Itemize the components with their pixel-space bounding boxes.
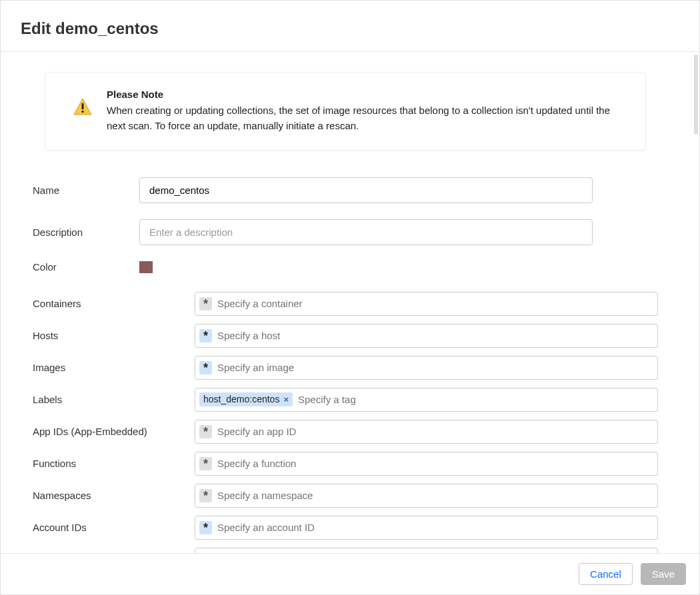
note-title: Please Note (107, 89, 627, 100)
description-input[interactable] (139, 219, 593, 245)
row-labels: Labels host_demo:centos × (33, 388, 658, 412)
functions-text-input[interactable] (213, 456, 653, 470)
dialog-header: Edit demo_centos (1, 1, 699, 52)
name-label: Name (33, 185, 139, 196)
labels-tag-chip[interactable]: host_demo:centos × (199, 392, 293, 406)
namespaces-text-input[interactable] (213, 488, 653, 502)
note-body: When creating or updating collections, t… (107, 103, 627, 134)
appids-input[interactable]: * (195, 420, 658, 444)
row-description: Description (33, 219, 658, 245)
accountids-label: Account IDs (33, 522, 195, 533)
containers-wildcard-chip[interactable]: * (199, 297, 212, 310)
svg-rect-2 (82, 111, 84, 113)
dialog-content[interactable]: Please Note When creating or updating co… (1, 52, 699, 553)
row-functions: Functions * (33, 452, 658, 476)
description-label: Description (33, 227, 139, 238)
row-namespaces: Namespaces * (33, 484, 658, 508)
appids-label: App IDs (App-Embedded) (33, 426, 195, 437)
row-name: Name (33, 177, 658, 203)
accountids-text-input[interactable] (213, 520, 653, 534)
labels-tag-chip-text: host_demo:centos (203, 394, 279, 405)
row-hosts: Hosts * (33, 324, 658, 348)
containers-input[interactable]: * (195, 292, 658, 316)
info-note: Please Note When creating or updating co… (45, 72, 646, 151)
hosts-wildcard-chip[interactable]: * (199, 329, 212, 342)
hosts-input[interactable]: * (195, 324, 658, 348)
row-images: Images * (33, 356, 658, 380)
warning-icon (73, 98, 92, 115)
coderepos-input[interactable]: * (195, 548, 658, 554)
color-swatch[interactable] (139, 261, 153, 273)
containers-text-input[interactable] (213, 297, 653, 310)
appids-wildcard-chip[interactable]: * (199, 425, 212, 438)
svg-rect-1 (82, 103, 84, 109)
appids-text-input[interactable] (213, 424, 653, 438)
labels-label: Labels (33, 394, 195, 405)
namespaces-input[interactable]: * (195, 484, 658, 508)
coderepos-wildcard-chip[interactable]: * (199, 553, 212, 554)
functions-wildcard-chip[interactable]: * (199, 457, 212, 470)
labels-input[interactable]: host_demo:centos × (195, 388, 658, 412)
row-coderepos: Code Repositories * (33, 548, 658, 554)
row-accountids: Account IDs * (33, 516, 658, 540)
row-containers: Containers * (33, 292, 658, 316)
accountids-wildcard-chip[interactable]: * (199, 521, 212, 534)
images-label: Images (33, 362, 195, 373)
row-color: Color (33, 261, 658, 273)
dialog-footer: Cancel Save (1, 553, 699, 594)
hosts-text-input[interactable] (213, 328, 653, 342)
images-input[interactable]: * (195, 356, 658, 380)
images-text-input[interactable] (213, 360, 653, 374)
accountids-input[interactable]: * (195, 516, 658, 540)
coderepos-text-input[interactable] (213, 552, 653, 553)
edit-collection-dialog: Edit demo_centos Please Note When creati… (0, 0, 700, 595)
cancel-button[interactable]: Cancel (579, 563, 633, 585)
color-label: Color (33, 261, 139, 273)
page-title: Edit demo_centos (21, 19, 686, 38)
labels-tag-remove-icon[interactable]: × (283, 394, 289, 405)
functions-input[interactable]: * (195, 452, 658, 476)
scrollbar-thumb[interactable] (694, 55, 698, 135)
namespaces-wildcard-chip[interactable]: * (199, 489, 212, 502)
namespaces-label: Namespaces (33, 490, 195, 501)
save-button[interactable]: Save (641, 563, 686, 585)
name-input[interactable] (139, 177, 593, 203)
containers-label: Containers (33, 298, 195, 309)
functions-label: Functions (33, 458, 195, 469)
labels-text-input[interactable] (294, 392, 653, 406)
hosts-label: Hosts (33, 330, 195, 341)
row-appids: App IDs (App-Embedded) * (33, 420, 658, 444)
images-wildcard-chip[interactable]: * (199, 361, 212, 374)
